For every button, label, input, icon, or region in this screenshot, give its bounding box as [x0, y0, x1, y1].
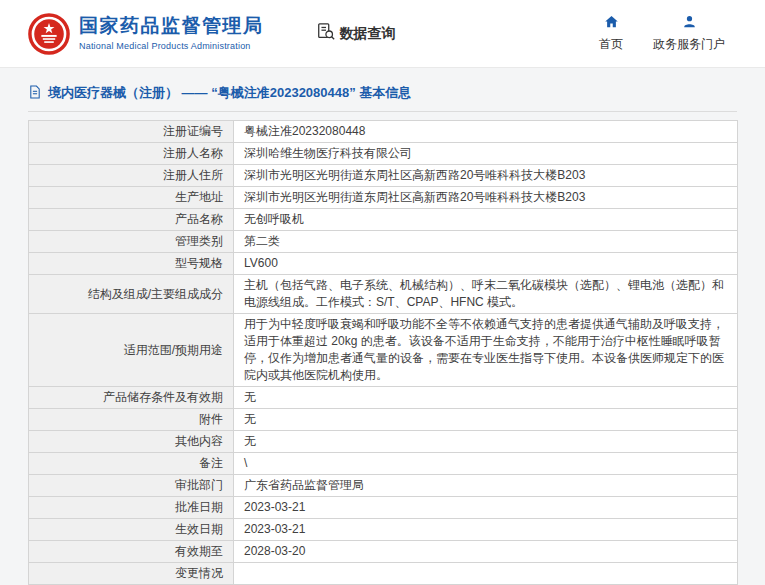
org-name-en: National Medical Products Administration [79, 41, 264, 51]
table-row: 备注\ [29, 453, 738, 475]
row-value: LV600 [234, 253, 738, 275]
row-value: 无 [234, 431, 738, 453]
row-label: 注册人名称 [29, 143, 234, 165]
row-label: 生产地址 [29, 187, 234, 209]
nav-data-query[interactable]: 数据查询 [316, 22, 396, 46]
page-title-bar: 境内医疗器械（注册） —— “粤械注准20232080448” 基本信息 [28, 78, 737, 112]
row-label-text: 适用范围/预期用途 [124, 343, 223, 357]
table-row: 其他内容无 [29, 431, 738, 453]
row-label: 结构及组成/主要组成成分 [29, 275, 234, 314]
table-row: 产品储存条件及有效期无 [29, 387, 738, 409]
row-label: 适用范围/预期用途 [29, 314, 234, 387]
home-icon [604, 14, 619, 33]
table-row: 结构及组成/主要组成成分主机（包括气路、电子系统、机械结构）、呼末二氧化碳模块（… [29, 275, 738, 314]
nav-portal-label: 政务服务门户 [653, 36, 725, 53]
table-row: 适用范围/预期用途用于为中轻度呼吸衰竭和呼吸功能不全等不依赖通气支持的患者提供通… [29, 314, 738, 387]
org-name-cn: 国家药品监督管理局 [79, 16, 264, 37]
site-header: 国家药品监督管理局 National Medical Products Admi… [0, 0, 765, 68]
row-value: 第二类 [234, 231, 738, 253]
row-label-text: 批准日期 [175, 500, 223, 514]
row-label-text: 注册人住所 [163, 168, 223, 182]
row-value: 2023-03-21 [234, 497, 738, 519]
row-label: 变更情况 [29, 563, 234, 585]
document-search-icon [316, 22, 336, 46]
nav-home-label: 首页 [599, 36, 623, 53]
row-label-text: 产品名称 [175, 212, 223, 226]
row-label-text: 有效期至 [175, 544, 223, 558]
row-label: 注册人住所 [29, 165, 234, 187]
table-row: 产品名称无创呼吸机 [29, 209, 738, 231]
table-row: 管理类别第二类 [29, 231, 738, 253]
table-row: 型号规格LV600 [29, 253, 738, 275]
row-label-text: 注册人名称 [163, 146, 223, 160]
row-label-text: 变更情况 [175, 566, 223, 580]
row-label-text: 备注 [199, 456, 223, 470]
main-content: 境内医疗器械（注册） —— “粤械注准20232080448” 基本信息 注册证… [0, 68, 765, 585]
table-row: 注册人住所深圳市光明区光明街道东周社区高新西路20号唯科科技大楼B203 [29, 165, 738, 187]
table-row: 生产地址深圳市光明区光明街道东周社区高新西路20号唯科科技大楼B203 [29, 187, 738, 209]
row-value: 2028-03-20 [234, 541, 738, 563]
row-label: 有效期至 [29, 541, 234, 563]
header-nav: 首页 政务服务门户 [599, 14, 725, 53]
row-label-text: 附件 [199, 412, 223, 426]
info-table-body: 注册证编号粤械注准20232080448注册人名称深圳哈维生物医疗科技有限公司注… [29, 121, 738, 585]
row-label-text: 其他内容 [175, 434, 223, 448]
row-label-text: 结构及组成/主要组成成分 [88, 287, 223, 301]
row-label-text: 生产地址 [175, 190, 223, 204]
table-row: 批准日期2023-03-21 [29, 497, 738, 519]
row-label: 其他内容 [29, 431, 234, 453]
row-label: 型号规格 [29, 253, 234, 275]
row-value: 深圳哈维生物医疗科技有限公司 [234, 143, 738, 165]
org-title-block: 国家药品监督管理局 National Medical Products Admi… [79, 16, 264, 51]
table-row: 审批部门广东省药品监督管理局 [29, 475, 738, 497]
row-value: 深圳市光明区光明街道东周社区高新西路20号唯科科技大楼B203 [234, 165, 738, 187]
table-row: 有效期至2028-03-20 [29, 541, 738, 563]
table-row: 注册证编号粤械注准20232080448 [29, 121, 738, 143]
row-value: 无创呼吸机 [234, 209, 738, 231]
info-table: 注册证编号粤械注准20232080448注册人名称深圳哈维生物医疗科技有限公司注… [28, 120, 738, 585]
row-label: 管理类别 [29, 231, 234, 253]
row-value: 粤械注准20232080448 [234, 121, 738, 143]
data-query-label: 数据查询 [340, 25, 396, 43]
nav-portal[interactable]: 政务服务门户 [653, 14, 725, 53]
row-value: 深圳市光明区光明街道东周社区高新西路20号唯科科技大楼B203 [234, 187, 738, 209]
table-row: 生效日期2023-03-21 [29, 519, 738, 541]
row-label: 产品储存条件及有效期 [29, 387, 234, 409]
row-label: 注册证编号 [29, 121, 234, 143]
row-label-text: 产品储存条件及有效期 [103, 390, 223, 404]
row-value: \ [234, 453, 738, 475]
row-label: 附件 [29, 409, 234, 431]
row-value: 主机（包括气路、电子系统、机械结构）、呼末二氧化碳模块（选配）、锂电池（选配）和… [234, 275, 738, 314]
row-value: 无 [234, 409, 738, 431]
row-value: 广东省药品监督管理局 [234, 475, 738, 497]
row-label-text: 审批部门 [175, 478, 223, 492]
row-label: 生效日期 [29, 519, 234, 541]
row-value: 用于为中轻度呼吸衰竭和呼吸功能不全等不依赖通气支持的患者提供通气辅助及呼吸支持，… [234, 314, 738, 387]
row-value: 无 [234, 387, 738, 409]
user-icon [682, 14, 697, 33]
row-label: 审批部门 [29, 475, 234, 497]
row-value [234, 563, 738, 585]
row-label-text: 生效日期 [175, 522, 223, 536]
row-label-text: 型号规格 [175, 256, 223, 270]
national-emblem-icon [28, 13, 70, 55]
page-title: 境内医疗器械（注册） —— “粤械注准20232080448” 基本信息 [48, 84, 411, 102]
table-row: 变更情况 [29, 563, 738, 585]
row-label: 产品名称 [29, 209, 234, 231]
table-row: 附件无 [29, 409, 738, 431]
row-label: 备注 [29, 453, 234, 475]
row-label: 批准日期 [29, 497, 234, 519]
row-label-text: 管理类别 [175, 234, 223, 248]
row-value: 2023-03-21 [234, 519, 738, 541]
document-icon [28, 85, 42, 102]
row-label-text: 注册证编号 [163, 124, 223, 138]
table-row: 注册人名称深圳哈维生物医疗科技有限公司 [29, 143, 738, 165]
nav-home[interactable]: 首页 [599, 14, 623, 53]
